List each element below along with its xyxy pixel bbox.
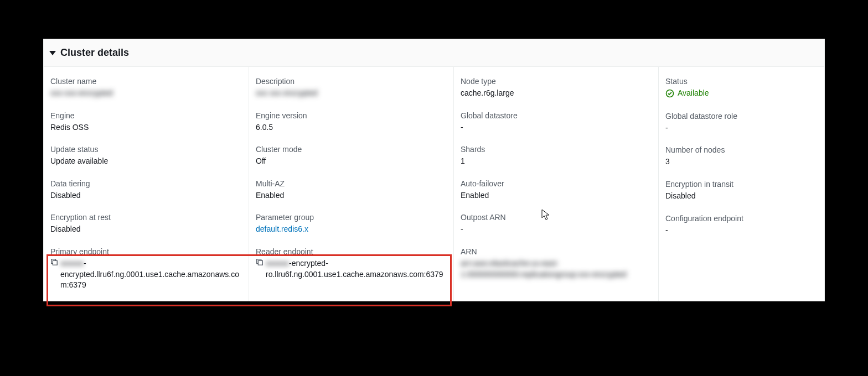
svg-rect-3 xyxy=(258,260,262,265)
cluster-mode-label: Cluster mode xyxy=(256,145,447,154)
primary-endpoint-value: xxxxxx-encrypted.llru6f.ng.0001.use1.cac… xyxy=(50,258,242,291)
engine-version-value: 6.0.5 xyxy=(256,122,447,133)
details-column-4: Status Available Global datastore role -… xyxy=(658,66,824,301)
cluster-details-panel: Cluster details Cluster name xxx-xxx-enc… xyxy=(43,39,825,301)
arn-label: ARN xyxy=(461,247,652,256)
cluster-name-label: Cluster name xyxy=(50,77,242,86)
engine-value: Redis OSS xyxy=(50,122,242,133)
outpost-arn-label: Outpost ARN xyxy=(461,213,652,222)
details-column-2: Description xxx xxx encrypted Engine ver… xyxy=(249,66,453,301)
encryption-in-transit-value: Disabled xyxy=(665,191,818,202)
auto-failover-value: Enabled xyxy=(461,190,652,201)
reader-endpoint-label: Reader endpoint xyxy=(256,247,447,256)
encryption-at-rest-value: Disabled xyxy=(50,224,242,235)
configuration-endpoint-value: - xyxy=(665,225,818,236)
update-status-label: Update status xyxy=(50,145,242,154)
global-datastore-value: - xyxy=(461,122,652,133)
description-value: xxx xxx encrypted xyxy=(256,88,447,99)
node-type-label: Node type xyxy=(461,77,652,86)
number-of-nodes-value: 3 xyxy=(665,156,818,168)
details-column-3: Node type cache.r6g.large Global datasto… xyxy=(453,66,658,301)
engine-version-label: Engine version xyxy=(256,111,447,120)
global-datastore-role-value: - xyxy=(665,123,818,134)
svg-rect-1 xyxy=(53,260,57,265)
description-label: Description xyxy=(256,77,447,86)
engine-label: Engine xyxy=(50,111,242,120)
cluster-name-value: xxx-xxx-encrypted xyxy=(50,88,242,99)
shards-value: 1 xyxy=(461,156,652,167)
auto-failover-label: Auto-failover xyxy=(461,179,652,188)
copy-icon[interactable] xyxy=(50,258,58,269)
details-column-1: Cluster name xxx-xxx-encrypted Engine Re… xyxy=(44,66,249,301)
parameter-group-link[interactable]: default.redis6.x xyxy=(256,224,447,235)
encryption-in-transit-label: Encryption in transit xyxy=(665,180,818,189)
multi-az-value: Enabled xyxy=(256,190,447,201)
number-of-nodes-label: Number of nodes xyxy=(665,145,818,154)
primary-endpoint-label: Primary endpoint xyxy=(50,247,242,256)
cluster-mode-value: Off xyxy=(256,156,447,167)
copy-icon[interactable] xyxy=(256,258,264,269)
data-tiering-label: Data tiering xyxy=(50,179,242,188)
global-datastore-role-label: Global datastore role xyxy=(665,112,818,121)
check-circle-icon xyxy=(665,89,674,98)
multi-az-label: Multi-AZ xyxy=(256,179,447,188)
encryption-at-rest-label: Encryption at rest xyxy=(50,213,242,222)
status-label: Status xyxy=(665,77,818,86)
outpost-arn-value: - xyxy=(461,224,652,235)
configuration-endpoint-label: Configuration endpoint xyxy=(665,214,818,223)
reader-endpoint-value: xxxxxx-encrypted-ro.llru6f.ng.0001.use1.… xyxy=(256,258,447,280)
arn-value: arn:aws:elasticache:us-east-1:0000000000… xyxy=(461,258,652,280)
section-title: Cluster details xyxy=(60,47,129,59)
global-datastore-label: Global datastore xyxy=(461,111,652,120)
details-grid: Cluster name xxx-xxx-encrypted Engine Re… xyxy=(44,66,824,301)
section-header: Cluster details xyxy=(44,39,824,66)
node-type-value: cache.r6g.large xyxy=(461,88,652,99)
parameter-group-label: Parameter group xyxy=(256,213,447,222)
status-value: Available xyxy=(665,88,709,99)
update-status-value: Update available xyxy=(50,156,242,167)
data-tiering-value: Disabled xyxy=(50,190,242,201)
collapse-caret-icon[interactable] xyxy=(49,51,56,55)
shards-label: Shards xyxy=(461,145,652,154)
